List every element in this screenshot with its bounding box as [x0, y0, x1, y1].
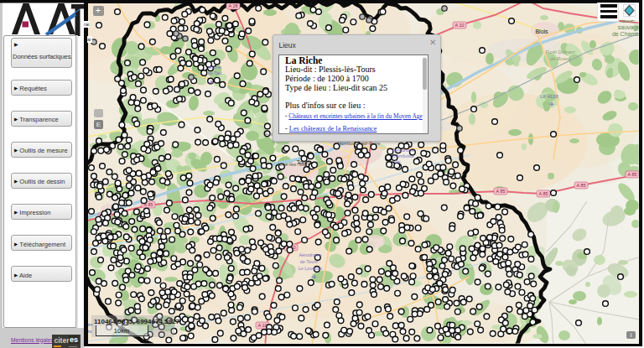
svg-text:LF 4128: LF 4128	[540, 94, 558, 99]
svg-text:d'Amboise: d'Amboise	[392, 153, 414, 158]
svg-text:Le Loudoux: Le Loudoux	[299, 266, 323, 271]
svg-text:A 28: A 28	[228, 3, 237, 8]
svg-text:Tours: Tours	[296, 159, 311, 165]
svg-text:Aérodrome: Aérodrome	[299, 252, 321, 257]
svg-text:Aérodrome: Aérodrome	[392, 148, 414, 153]
svg-text:Forêt Domani: Forêt Domani	[545, 49, 575, 55]
svg-text:de Tours -: de Tours -	[300, 259, 321, 264]
svg-text:✈: ✈	[312, 273, 318, 281]
svg-text:De: De	[394, 159, 400, 164]
svg-text:✈: ✈	[549, 101, 555, 108]
svg-text:A 10: A 10	[454, 23, 464, 28]
svg-text:A 85: A 85	[627, 172, 636, 177]
svg-text:de Tau: de Tau	[208, 70, 221, 75]
svg-text:drome: drome	[208, 65, 221, 70]
svg-text:A 10: A 10	[257, 323, 267, 328]
svg-text:A 85: A 85	[576, 183, 585, 188]
svg-text:sauvage: sauvage	[618, 24, 641, 31]
svg-text:de Russy: de Russy	[550, 56, 571, 61]
svg-text:Montlouis-sur-Loire: Montlouis-sur-Loire	[337, 141, 381, 146]
svg-text:✈: ✈	[209, 79, 215, 86]
svg-text:A 85: A 85	[496, 189, 505, 194]
svg-text:A 85: A 85	[538, 191, 548, 196]
svg-text:Blois: Blois	[535, 29, 548, 34]
